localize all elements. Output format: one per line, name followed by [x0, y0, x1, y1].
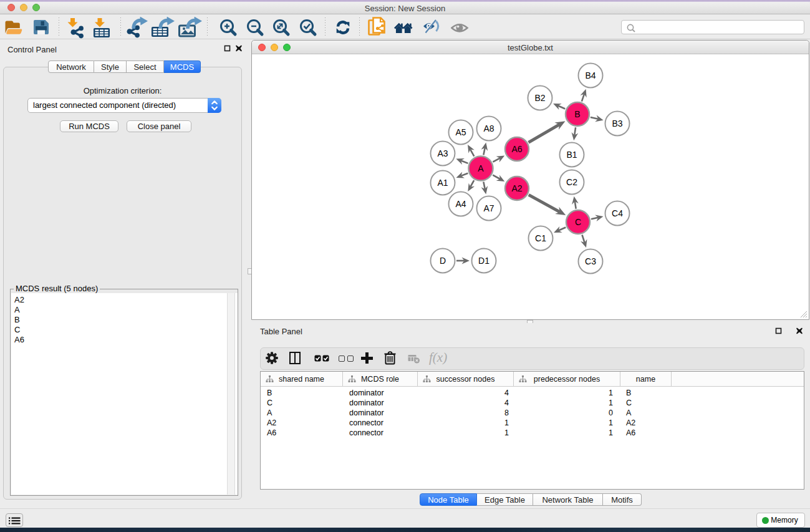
svg-text:C1: C1 — [535, 233, 546, 243]
svg-text:B2: B2 — [534, 93, 545, 103]
svg-text:B3: B3 — [612, 118, 622, 128]
svg-text:B4: B4 — [585, 70, 595, 80]
svg-text:A4: A4 — [455, 199, 466, 209]
svg-text:A5: A5 — [455, 127, 466, 137]
svg-text:A3: A3 — [437, 148, 448, 158]
svg-text:D1: D1 — [478, 256, 489, 266]
svg-text:A1: A1 — [437, 178, 448, 188]
svg-text:C4: C4 — [612, 208, 623, 218]
svg-text:C3: C3 — [585, 256, 596, 266]
svg-text:C: C — [575, 217, 581, 227]
svg-text:B1: B1 — [566, 150, 577, 160]
svg-text:A: A — [478, 163, 484, 173]
svg-text:D: D — [440, 256, 446, 266]
svg-text:B: B — [574, 109, 580, 119]
svg-text:A6: A6 — [511, 144, 522, 154]
svg-text:A8: A8 — [483, 123, 494, 133]
svg-text:A7: A7 — [483, 203, 494, 213]
svg-text:A2: A2 — [511, 183, 522, 193]
svg-text:C2: C2 — [566, 177, 577, 187]
